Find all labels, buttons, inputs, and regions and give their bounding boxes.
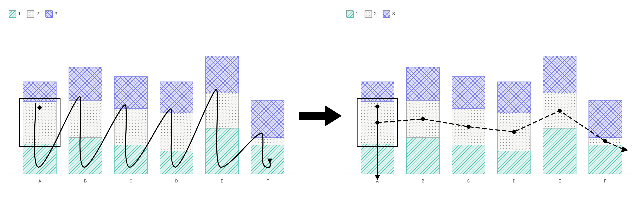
scan-arrowhead-icon bbox=[267, 159, 272, 164]
svg-rect-23 bbox=[347, 11, 354, 17]
legend-label-1: 1 bbox=[18, 11, 21, 17]
legend-swatch-1 bbox=[9, 10, 16, 17]
scan-start-icon bbox=[37, 105, 42, 110]
bar-seg-3 bbox=[406, 67, 440, 100]
legend-label-2: 2 bbox=[374, 11, 376, 17]
bar-seg-3 bbox=[452, 77, 485, 109]
bar-seg-1 bbox=[69, 138, 102, 174]
legend-swatch-2 bbox=[364, 10, 372, 17]
marker-dot bbox=[466, 125, 470, 129]
legend-swatch-2 bbox=[27, 10, 34, 17]
legend-item-1: 1 bbox=[9, 10, 21, 17]
legend-label-3: 3 bbox=[392, 11, 395, 17]
svg-rect-5 bbox=[9, 11, 16, 17]
bar-seg-1 bbox=[114, 145, 148, 174]
bar-seg-3 bbox=[114, 77, 148, 109]
bar-seg-1 bbox=[206, 128, 239, 174]
svg-marker-47 bbox=[325, 106, 342, 126]
bar-seg-2 bbox=[406, 100, 440, 138]
marker-dot bbox=[603, 139, 607, 143]
legend-label-2: 2 bbox=[36, 11, 39, 17]
bar-seg-3 bbox=[251, 100, 284, 138]
svg-rect-29 bbox=[365, 11, 372, 17]
bar-seg-2 bbox=[251, 138, 284, 145]
legend-right: 1 2 3 bbox=[346, 10, 395, 17]
marker-dot bbox=[375, 104, 380, 109]
x-tick-label: A bbox=[365, 179, 390, 184]
bar-seg-3 bbox=[23, 82, 56, 101]
x-tick-label: C bbox=[456, 179, 481, 184]
bar-seg-1 bbox=[23, 144, 56, 174]
bar-seg-3 bbox=[543, 56, 576, 93]
bar-seg-1 bbox=[452, 145, 485, 174]
legend-left: 1 2 3 bbox=[9, 10, 58, 17]
bar-seg-2 bbox=[23, 101, 56, 144]
bar-seg-3 bbox=[160, 82, 193, 113]
x-tick-label: D bbox=[502, 179, 526, 184]
bar-seg-2 bbox=[69, 100, 102, 138]
bar-seg-1 bbox=[251, 145, 284, 174]
svg-rect-35 bbox=[384, 11, 390, 17]
marker-dot bbox=[375, 121, 380, 125]
bar-seg-3 bbox=[589, 100, 622, 138]
bar-seg-2 bbox=[498, 113, 531, 151]
legend-item-2: 2 bbox=[27, 10, 39, 17]
legend-label-1: 1 bbox=[356, 11, 358, 17]
bar-seg-1 bbox=[361, 144, 394, 174]
legend-swatch-3 bbox=[45, 10, 52, 17]
legend-label-3: 3 bbox=[54, 11, 58, 17]
x-tick-label: F bbox=[255, 179, 280, 184]
bar-seg-1 bbox=[498, 151, 531, 174]
bar-seg-2 bbox=[452, 109, 485, 145]
midpoint-path bbox=[378, 111, 624, 150]
chart-right: ABCDEF bbox=[346, 29, 632, 182]
bar-seg-2 bbox=[589, 138, 622, 145]
svg-rect-17 bbox=[46, 11, 52, 17]
bar-seg-3 bbox=[498, 82, 531, 113]
bar-seg-1 bbox=[160, 151, 193, 174]
bar-seg-2 bbox=[206, 93, 239, 128]
bar-seg-3 bbox=[69, 67, 102, 100]
x-tick-label: C bbox=[118, 179, 143, 184]
x-tick-label: D bbox=[164, 179, 189, 184]
legend-item-2: 2 bbox=[364, 10, 376, 17]
svg-rect-46 bbox=[299, 112, 326, 120]
bar-seg-1 bbox=[406, 138, 440, 174]
legend-swatch-3 bbox=[383, 10, 390, 17]
focus-box bbox=[20, 98, 60, 147]
x-tick-label: A bbox=[27, 179, 52, 184]
bar-seg-1 bbox=[543, 128, 576, 174]
bar-seg-2 bbox=[361, 101, 394, 144]
marker-dot bbox=[512, 130, 516, 134]
x-tick-label: B bbox=[410, 179, 436, 184]
legend-swatch-1 bbox=[346, 10, 354, 17]
marker-dot bbox=[421, 117, 425, 121]
legend-item-3: 3 bbox=[383, 10, 395, 17]
x-tick-label: B bbox=[73, 179, 98, 184]
bar-seg-2 bbox=[543, 93, 576, 128]
scan-path bbox=[34, 89, 270, 167]
midpoint-arrowhead-icon bbox=[621, 146, 628, 153]
x-tick-label: E bbox=[547, 179, 572, 184]
bar-seg-1 bbox=[589, 145, 622, 174]
legend-item-1: 1 bbox=[346, 10, 358, 17]
marker-dot bbox=[558, 109, 562, 113]
x-tick-label: F bbox=[593, 179, 618, 184]
legend-item-3: 3 bbox=[45, 10, 58, 17]
focus-box bbox=[357, 98, 398, 147]
bar-seg-3 bbox=[206, 56, 239, 93]
bar-seg-2 bbox=[160, 113, 193, 151]
x-tick-label: E bbox=[210, 179, 234, 184]
svg-rect-11 bbox=[27, 11, 34, 17]
bar-seg-3 bbox=[361, 82, 394, 101]
chart-left: ABCDEF bbox=[9, 29, 294, 182]
bar-seg-2 bbox=[114, 109, 148, 145]
